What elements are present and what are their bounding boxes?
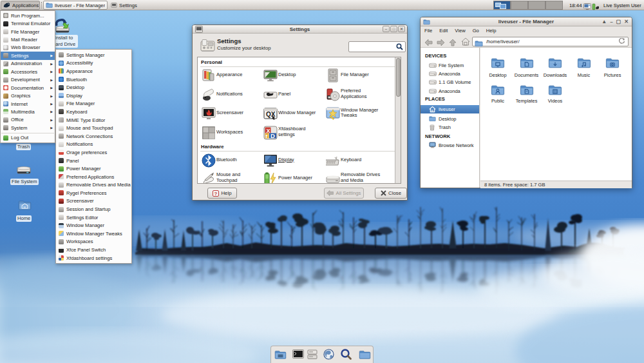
- svg-text:w: w: [431, 108, 433, 112]
- svg-text:?: ?: [214, 190, 218, 196]
- svg-text:QX: QX: [266, 111, 276, 118]
- svg-text:f: f: [266, 133, 268, 139]
- svg-text:D: D: [270, 132, 275, 139]
- svg-text:w: w: [23, 205, 26, 209]
